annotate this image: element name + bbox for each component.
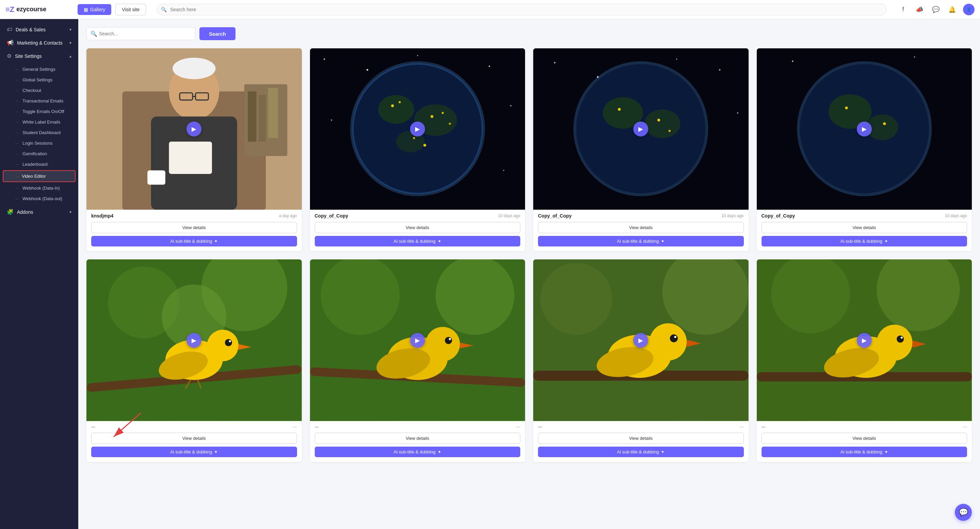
sidebar-item-marketing[interactable]: 📢 Marketing & Contacts ▾ xyxy=(0,36,78,49)
search-input-wrap: 🔍 xyxy=(86,27,195,40)
bell-icon[interactable]: 🔔 xyxy=(947,4,958,15)
sidebar-item-deals[interactable]: 🏷 Deals & Sales ▾ xyxy=(0,23,78,36)
sidebar-item-global[interactable]: Global Settings xyxy=(0,75,78,85)
ai-subtitle-button[interactable]: Ai sub-title & dubbing ✦ xyxy=(762,236,967,247)
video-info: knsdjmp4 a day ago xyxy=(86,210,302,222)
video-thumbnail: ▶ xyxy=(86,48,302,210)
view-details-button[interactable]: View details xyxy=(91,433,297,444)
ai-subtitle-button[interactable]: Ai sub-title & dubbing ✦ xyxy=(315,236,520,247)
sidebar-item-checkout[interactable]: Checkout xyxy=(0,85,78,96)
sidebar-item-webhook-in[interactable]: Webhook (Data-In) xyxy=(0,183,78,193)
sidebar-item-login-sessions[interactable]: Login Sessions xyxy=(0,138,78,148)
video-name: Copy_of_Copy xyxy=(538,213,572,218)
ai-subtitle-button[interactable]: Ai sub-title & dubbing ✦ xyxy=(91,236,297,247)
sparkle-icon: ✦ xyxy=(214,239,218,244)
global-search-input[interactable] xyxy=(157,4,887,15)
svg-point-83 xyxy=(449,338,450,340)
sidebar-item-leaderboard[interactable]: Leaderboard xyxy=(0,159,78,169)
svg-point-22 xyxy=(510,105,511,107)
sidebar-item-student-dashboard[interactable]: Student Dashboard xyxy=(0,127,78,138)
sidebar-item-gamification[interactable]: Gamification xyxy=(0,148,78,159)
view-details-button[interactable]: View details xyxy=(315,433,520,444)
chat-bubble-button[interactable]: 💬 xyxy=(955,504,972,521)
svg-point-6 xyxy=(172,57,216,79)
svg-point-103 xyxy=(900,337,902,339)
video-name: — xyxy=(91,424,95,429)
play-button[interactable]: ▶ xyxy=(633,333,648,348)
svg-rect-15 xyxy=(259,95,266,142)
gallery-icon: ▦ xyxy=(84,7,88,12)
video-card: ▶ knsdjmp4 a day ago View details Ai sub… xyxy=(86,48,302,251)
view-details-button[interactable]: View details xyxy=(91,222,297,233)
chevron-up-icon: ▴ xyxy=(69,54,72,59)
sparkle-icon: ✦ xyxy=(438,239,441,244)
svg-point-27 xyxy=(378,95,414,124)
sidebar-item-webhook-out[interactable]: Webhook (Data-out) xyxy=(0,193,78,204)
chat-icon[interactable]: 💬 xyxy=(930,4,941,15)
ai-subtitle-button[interactable]: Ai sub-title & dubbing ✦ xyxy=(91,447,297,457)
view-details-button[interactable]: View details xyxy=(762,222,967,233)
sparkle-icon: ✦ xyxy=(438,449,441,454)
ai-subtitle-button[interactable]: Ai sub-title & dubbing ✦ xyxy=(315,447,520,457)
sparkle-icon: ✦ xyxy=(885,239,888,244)
svg-point-24 xyxy=(503,170,504,171)
marketing-icon: 📢 xyxy=(7,40,14,46)
video-actions: View details Ai sub-title & dubbing ✦ xyxy=(757,433,972,462)
search-button[interactable]: Search xyxy=(199,27,235,40)
video-grid: ▶ knsdjmp4 a day ago View details Ai sub… xyxy=(86,48,972,462)
user-avatar[interactable]: 👤 xyxy=(963,4,975,15)
sidebar-item-transactional[interactable]: Transactional Emails xyxy=(0,96,78,106)
view-details-button[interactable]: View details xyxy=(538,433,744,444)
facebook-icon[interactable]: f xyxy=(898,4,908,15)
video-thumbnail: ▶ xyxy=(757,48,972,210)
global-search: 🔍 xyxy=(157,4,887,15)
sidebar-item-video-editor[interactable]: — Video Editor xyxy=(3,170,76,182)
visit-site-button[interactable]: Visit site xyxy=(115,4,146,15)
video-time: 10 days ago xyxy=(945,214,967,218)
view-details-button[interactable]: View details xyxy=(762,433,967,444)
sidebar-item-site-settings[interactable]: ⚙ Site Settings ▴ xyxy=(0,49,78,63)
play-button[interactable]: ▶ xyxy=(410,121,425,137)
play-button[interactable]: ▶ xyxy=(857,333,872,348)
sidebar-item-white-label[interactable]: White Label Emails xyxy=(0,117,78,127)
marketing-label: Marketing & Contacts xyxy=(17,40,63,46)
play-button[interactable]: ▶ xyxy=(186,333,202,348)
svg-point-102 xyxy=(897,336,904,343)
svg-point-76 xyxy=(435,260,514,335)
sidebar-item-toggle-emails[interactable]: Toggle Emails On/Off xyxy=(0,106,78,117)
svg-point-32 xyxy=(430,115,433,118)
svg-point-93 xyxy=(674,336,676,338)
svg-point-46 xyxy=(644,109,680,138)
video-time: 10 days ago xyxy=(498,214,520,218)
video-info: — — xyxy=(310,421,525,433)
video-time: — xyxy=(516,424,520,429)
svg-point-49 xyxy=(668,130,670,132)
video-info: — — xyxy=(757,421,972,433)
svg-point-21 xyxy=(488,66,490,67)
video-card: ▶ — — View details Ai sub-title & dubbin… xyxy=(310,260,525,462)
svg-point-33 xyxy=(441,112,443,114)
search-input[interactable] xyxy=(86,27,195,40)
view-details-button[interactable]: View details xyxy=(315,222,520,233)
video-actions: View details Ai sub-title & dubbing ✦ xyxy=(533,222,749,251)
sidebar-item-general[interactable]: General Settings xyxy=(0,64,78,75)
svg-point-75 xyxy=(321,260,399,335)
ai-subtitle-button[interactable]: Ai sub-title & dubbing ✦ xyxy=(762,447,967,457)
chevron-down-icon: ▾ xyxy=(69,40,72,45)
gallery-button[interactable]: ▦ Gallery xyxy=(78,4,111,15)
settings-icon: ⚙ xyxy=(7,53,11,59)
play-button[interactable]: ▶ xyxy=(857,121,872,137)
video-card: ▶ Copy_of_Copy 10 days ago View details … xyxy=(310,48,525,251)
ai-subtitle-button[interactable]: Ai sub-title & dubbing ✦ xyxy=(538,236,744,247)
svg-point-48 xyxy=(657,119,660,121)
megaphone-icon[interactable]: 📣 xyxy=(914,4,925,15)
sparkle-icon: ✦ xyxy=(214,449,218,454)
video-name: — xyxy=(315,424,319,429)
app-logo[interactable]: ≡Z ezycourse xyxy=(5,5,73,14)
search-icon: 🔍 xyxy=(91,31,97,37)
sidebar: 🏷 Deals & Sales ▾ 📢 Marketing & Contacts… xyxy=(0,19,78,529)
play-button[interactable]: ▶ xyxy=(410,333,425,348)
sidebar-item-addons[interactable]: 🧩 Addons ▾ xyxy=(0,205,78,218)
view-details-button[interactable]: View details xyxy=(538,222,744,233)
ai-subtitle-button[interactable]: Ai sub-title & dubbing ✦ xyxy=(538,447,744,457)
